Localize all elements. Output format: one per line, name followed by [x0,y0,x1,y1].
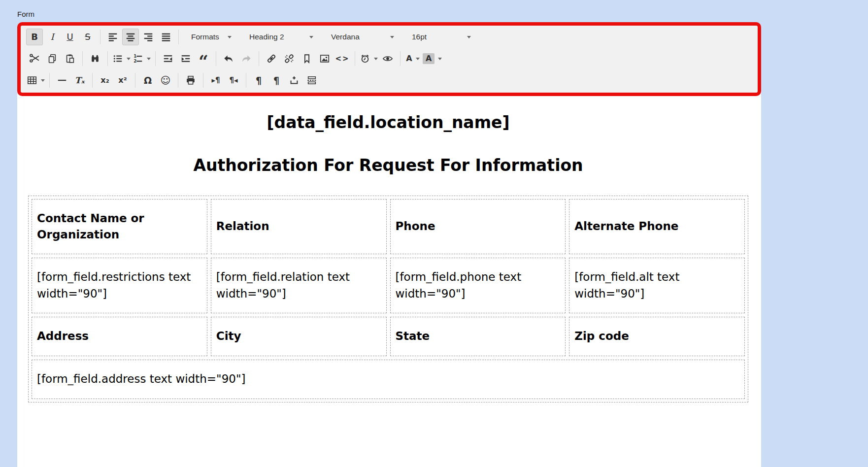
paste-button[interactable] [62,50,78,67]
left-to-right-button[interactable]: ▸¶ [207,72,224,89]
toolbar-separator [203,73,203,88]
relation-header-cell[interactable]: Relation [211,199,387,254]
find-replace-button[interactable] [87,50,103,67]
numbered-list-button[interactable]: 12 [132,50,151,67]
align-center-icon [125,32,136,42]
relation-field-text: [form_field.relation text width="90"] [216,269,381,302]
subscript-button[interactable]: x₂ [97,72,113,89]
align-left-button[interactable] [104,29,121,45]
relation-field-cell[interactable]: [form_field.relation text width="90"] [211,258,387,313]
right-to-left-button[interactable]: ¶◂ [225,72,242,89]
page-break-button[interactable] [303,72,320,89]
city-label-cell[interactable]: City [211,317,387,356]
toolbar-separator [49,73,50,88]
toolbar-row-3: Tₓx₂x²Ω☺▸¶¶◂¶¶ [21,69,758,91]
undo-arrow-icon [223,53,234,64]
phone-field-cell[interactable]: [form_field.phone text width="90"] [390,258,566,313]
toolbar-separator [259,51,259,66]
caret-down-icon [309,36,313,38]
text-color-button[interactable]: A [404,50,421,67]
font-size-dropdown-label: 16pt [412,33,427,41]
page-break-icon [306,75,317,86]
visual-blocks-button[interactable]: ¶ [268,72,285,89]
address-label-cell[interactable]: Address [32,317,207,356]
italic-icon: I [50,33,54,41]
font-family-dropdown[interactable]: Verdana [326,29,400,45]
toolbar-separator [400,51,401,66]
heading-style-dropdown[interactable]: Heading 2 [244,29,319,45]
nonbreaking-space-button[interactable] [286,72,302,89]
table-button[interactable] [26,72,45,89]
source-code-button[interactable]: <> [334,50,351,67]
horizontal-rule-button[interactable] [54,72,70,89]
editor-content[interactable]: [data_field.location_name] Authorization… [17,91,761,467]
clipboard-icon [65,53,75,64]
toolbar-separator [107,51,108,66]
italic-button[interactable]: I [44,29,61,45]
alt-phone-field-text: [form_field.alt text width="90"] [574,269,739,302]
background-color-button[interactable]: A [422,50,442,67]
cut-button[interactable] [26,50,43,67]
restrictions-field-cell[interactable]: [form_field.restrictions text width="90"… [32,258,207,313]
copy-button[interactable] [44,50,61,67]
clear-formatting-button[interactable]: Tₓ [71,72,88,89]
caret-down-icon [390,36,394,38]
ltr-pilcrow-icon: ▸¶ [211,77,220,84]
address-field-cell[interactable]: [form_field.address text width="90"] [32,360,745,399]
insert-image-button[interactable] [316,50,333,67]
form-table[interactable]: Contact Name or Organization Relation Ph… [28,196,748,402]
undo-button[interactable] [220,50,237,67]
remove-link-button[interactable] [281,50,298,67]
state-label-text: State [396,328,430,344]
redo-button[interactable] [238,50,255,67]
toolbar-separator [92,73,93,88]
state-label-cell[interactable]: State [390,317,566,356]
contact-header-cell[interactable]: Contact Name or Organization [32,199,207,254]
increase-indent-button[interactable] [177,50,194,67]
blockquote-button[interactable]: “ [195,50,212,67]
text-color-icon: A [406,55,412,63]
visual-chars-button[interactable]: ¶ [250,72,267,89]
font-size-dropdown[interactable]: 16pt [406,29,476,45]
zip-label-cell[interactable]: Zip code [569,317,745,356]
quote-icon: “ [199,55,208,63]
strikethrough-button[interactable]: S [79,29,96,45]
bullet-list-button[interactable] [112,50,131,67]
insert-link-button[interactable] [263,50,280,67]
phone-header-cell[interactable]: Phone [390,199,566,254]
underline-icon: U [67,33,73,41]
svg-text:1: 1 [134,54,136,59]
rich-text-editor: BIUSFormatsHeading 2Verdana16pt12“<>AATₓ… [17,22,761,467]
toolbar: BIUSFormatsHeading 2Verdana16pt12“<>AATₓ… [17,22,761,96]
bullet-list-icon [112,53,123,64]
align-justify-button[interactable] [158,29,174,45]
preview-button[interactable] [379,50,396,67]
authorization-heading[interactable]: Authorization For Request For Informatio… [28,156,748,175]
align-right-button[interactable] [140,29,157,45]
anchor-button[interactable] [299,50,315,67]
special-character-button[interactable]: Ω [139,72,156,89]
eye-icon [382,53,393,64]
align-center-button[interactable] [122,29,139,45]
superscript-button[interactable]: x² [114,72,131,89]
formats-dropdown[interactable]: Formats [186,29,237,45]
alt-phone-field-cell[interactable]: [form_field.alt text width="90"] [569,258,745,313]
emoticons-button[interactable]: ☺ [157,72,174,89]
decrease-indent-button[interactable] [160,50,176,67]
caret-down-icon [127,58,131,60]
phone-header-text: Phone [396,218,435,234]
alternate-phone-header-cell[interactable]: Alternate Phone [569,199,745,254]
underline-button[interactable]: U [62,29,78,45]
toolbar-separator [246,73,246,88]
location-name-heading[interactable]: [data_field.location_name] [28,113,748,132]
toolbar-separator [100,30,100,44]
svg-text:2: 2 [134,59,136,64]
align-justify-icon [161,32,171,42]
smiley-icon: ☺ [161,75,171,85]
insert-datetime-button[interactable] [359,50,378,67]
outdent-icon [163,53,173,64]
binoculars-icon [90,53,100,64]
bold-button[interactable]: B [26,29,43,45]
omega-icon: Ω [144,76,152,85]
print-button[interactable] [182,72,199,89]
